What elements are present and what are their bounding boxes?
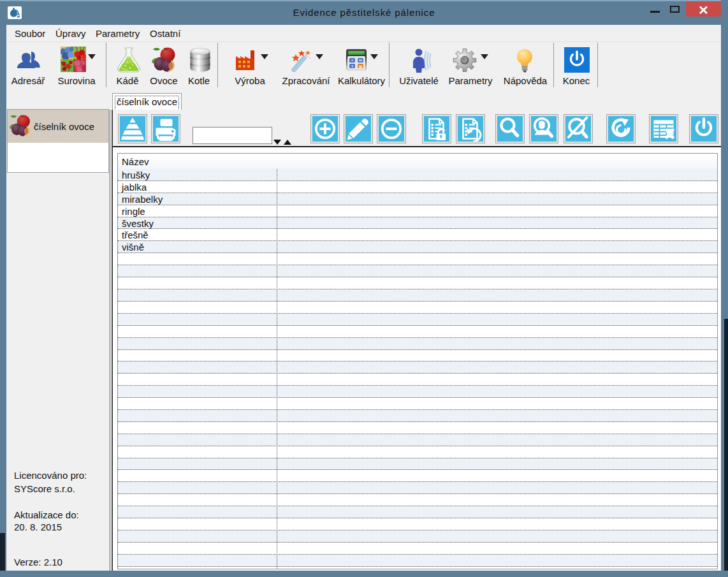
svg-text:+: +: [351, 58, 354, 62]
